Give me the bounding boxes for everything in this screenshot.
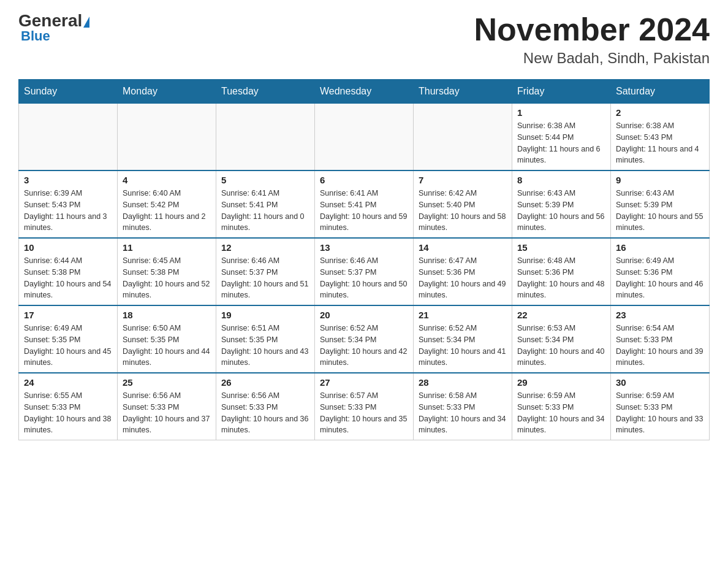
- calendar-header-row: Sunday Monday Tuesday Wednesday Thursday…: [19, 80, 710, 104]
- table-row: 25Sunrise: 6:56 AM Sunset: 5:33 PM Dayli…: [118, 373, 216, 440]
- day-info: Sunrise: 6:47 AM Sunset: 5:36 PM Dayligh…: [419, 255, 507, 301]
- day-number: 6: [320, 175, 408, 185]
- day-info: Sunrise: 6:49 AM Sunset: 5:35 PM Dayligh…: [24, 323, 112, 369]
- day-number: 29: [517, 377, 605, 388]
- table-row: [315, 104, 414, 171]
- calendar-title: November 2024: [474, 12, 710, 47]
- day-info: Sunrise: 6:51 AM Sunset: 5:35 PM Dayligh…: [221, 323, 309, 369]
- table-row: 29Sunrise: 6:59 AM Sunset: 5:33 PM Dayli…: [512, 373, 611, 440]
- day-info: Sunrise: 6:40 AM Sunset: 5:42 PM Dayligh…: [123, 188, 211, 234]
- day-info: Sunrise: 6:55 AM Sunset: 5:33 PM Dayligh…: [24, 390, 112, 436]
- calendar-table: Sunday Monday Tuesday Wednesday Thursday…: [18, 79, 710, 440]
- day-info: Sunrise: 6:50 AM Sunset: 5:35 PM Dayligh…: [123, 323, 211, 369]
- table-row: 11Sunrise: 6:45 AM Sunset: 5:38 PM Dayli…: [118, 238, 216, 305]
- day-number: 7: [419, 175, 507, 185]
- day-number: 13: [320, 242, 408, 253]
- header-saturday: Saturday: [611, 80, 710, 104]
- day-number: 1: [517, 107, 605, 118]
- logo-triangle-icon: [83, 17, 89, 28]
- day-number: 4: [123, 175, 211, 185]
- table-row: 27Sunrise: 6:57 AM Sunset: 5:33 PM Dayli…: [315, 373, 414, 440]
- day-number: 28: [419, 377, 507, 388]
- table-row: 19Sunrise: 6:51 AM Sunset: 5:35 PM Dayli…: [216, 305, 315, 373]
- table-row: 6Sunrise: 6:41 AM Sunset: 5:41 PM Daylig…: [315, 170, 414, 238]
- day-number: 18: [123, 310, 211, 320]
- table-row: 8Sunrise: 6:43 AM Sunset: 5:39 PM Daylig…: [512, 170, 611, 238]
- day-number: 15: [517, 242, 605, 253]
- day-number: 25: [123, 377, 211, 388]
- table-row: 16Sunrise: 6:49 AM Sunset: 5:36 PM Dayli…: [611, 238, 710, 305]
- table-row: 5Sunrise: 6:41 AM Sunset: 5:41 PM Daylig…: [216, 170, 315, 238]
- day-number: 10: [24, 242, 112, 253]
- day-number: 12: [221, 242, 309, 253]
- day-info: Sunrise: 6:49 AM Sunset: 5:36 PM Dayligh…: [616, 255, 704, 301]
- day-number: 8: [517, 175, 605, 185]
- day-number: 30: [616, 377, 704, 388]
- table-row: 4Sunrise: 6:40 AM Sunset: 5:42 PM Daylig…: [118, 170, 216, 238]
- day-info: Sunrise: 6:48 AM Sunset: 5:36 PM Dayligh…: [517, 255, 605, 301]
- day-info: Sunrise: 6:59 AM Sunset: 5:33 PM Dayligh…: [616, 390, 704, 436]
- title-block: November 2024 New Badah, Sindh, Pakistan: [474, 12, 710, 67]
- day-info: Sunrise: 6:46 AM Sunset: 5:37 PM Dayligh…: [221, 255, 309, 301]
- table-row: 26Sunrise: 6:56 AM Sunset: 5:33 PM Dayli…: [216, 373, 315, 440]
- table-row: [216, 104, 315, 171]
- day-info: Sunrise: 6:39 AM Sunset: 5:43 PM Dayligh…: [24, 188, 112, 234]
- day-info: Sunrise: 6:41 AM Sunset: 5:41 PM Dayligh…: [320, 188, 408, 234]
- day-number: 23: [616, 310, 704, 320]
- day-number: 20: [320, 310, 408, 320]
- table-row: [414, 104, 512, 171]
- day-info: Sunrise: 6:38 AM Sunset: 5:44 PM Dayligh…: [517, 120, 605, 166]
- day-info: Sunrise: 6:56 AM Sunset: 5:33 PM Dayligh…: [221, 390, 309, 436]
- table-row: 18Sunrise: 6:50 AM Sunset: 5:35 PM Dayli…: [118, 305, 216, 373]
- day-info: Sunrise: 6:46 AM Sunset: 5:37 PM Dayligh…: [320, 255, 408, 301]
- header-wednesday: Wednesday: [315, 80, 414, 104]
- day-number: 17: [24, 310, 112, 320]
- day-number: 16: [616, 242, 704, 253]
- day-number: 11: [123, 242, 211, 253]
- day-info: Sunrise: 6:52 AM Sunset: 5:34 PM Dayligh…: [419, 323, 507, 369]
- day-number: 19: [221, 310, 309, 320]
- table-row: 30Sunrise: 6:59 AM Sunset: 5:33 PM Dayli…: [611, 373, 710, 440]
- table-row: 9Sunrise: 6:43 AM Sunset: 5:39 PM Daylig…: [611, 170, 710, 238]
- logo-blue-text: Blue: [18, 28, 50, 44]
- table-row: 22Sunrise: 6:53 AM Sunset: 5:34 PM Dayli…: [512, 305, 611, 373]
- day-info: Sunrise: 6:57 AM Sunset: 5:33 PM Dayligh…: [320, 390, 408, 436]
- table-row: [19, 104, 118, 171]
- table-row: 20Sunrise: 6:52 AM Sunset: 5:34 PM Dayli…: [315, 305, 414, 373]
- day-number: 14: [419, 242, 507, 253]
- calendar-subtitle: New Badah, Sindh, Pakistan: [474, 50, 710, 67]
- table-row: 10Sunrise: 6:44 AM Sunset: 5:38 PM Dayli…: [19, 238, 118, 305]
- day-info: Sunrise: 6:56 AM Sunset: 5:33 PM Dayligh…: [123, 390, 211, 436]
- table-row: 7Sunrise: 6:42 AM Sunset: 5:40 PM Daylig…: [414, 170, 512, 238]
- day-number: 9: [616, 175, 704, 185]
- day-info: Sunrise: 6:44 AM Sunset: 5:38 PM Dayligh…: [24, 255, 112, 301]
- table-row: 17Sunrise: 6:49 AM Sunset: 5:35 PM Dayli…: [19, 305, 118, 373]
- day-number: 5: [221, 175, 309, 185]
- table-row: 14Sunrise: 6:47 AM Sunset: 5:36 PM Dayli…: [414, 238, 512, 305]
- day-info: Sunrise: 6:59 AM Sunset: 5:33 PM Dayligh…: [517, 390, 605, 436]
- header-thursday: Thursday: [414, 80, 512, 104]
- table-row: 28Sunrise: 6:58 AM Sunset: 5:33 PM Dayli…: [414, 373, 512, 440]
- table-row: 24Sunrise: 6:55 AM Sunset: 5:33 PM Dayli…: [19, 373, 118, 440]
- day-info: Sunrise: 6:54 AM Sunset: 5:33 PM Dayligh…: [616, 323, 704, 369]
- logo-general-text: General: [18, 12, 89, 29]
- table-row: 12Sunrise: 6:46 AM Sunset: 5:37 PM Dayli…: [216, 238, 315, 305]
- header-friday: Friday: [512, 80, 611, 104]
- day-info: Sunrise: 6:41 AM Sunset: 5:41 PM Dayligh…: [221, 188, 309, 234]
- header-sunday: Sunday: [19, 80, 118, 104]
- table-row: [118, 104, 216, 171]
- page-header: General Blue November 2024 New Badah, Si…: [18, 12, 710, 67]
- table-row: 3Sunrise: 6:39 AM Sunset: 5:43 PM Daylig…: [19, 170, 118, 238]
- day-info: Sunrise: 6:52 AM Sunset: 5:34 PM Dayligh…: [320, 323, 408, 369]
- table-row: 13Sunrise: 6:46 AM Sunset: 5:37 PM Dayli…: [315, 238, 414, 305]
- table-row: 1Sunrise: 6:38 AM Sunset: 5:44 PM Daylig…: [512, 104, 611, 171]
- day-info: Sunrise: 6:38 AM Sunset: 5:43 PM Dayligh…: [616, 120, 704, 166]
- day-number: 24: [24, 377, 112, 388]
- header-tuesday: Tuesday: [216, 80, 315, 104]
- day-info: Sunrise: 6:53 AM Sunset: 5:34 PM Dayligh…: [517, 323, 605, 369]
- table-row: 2Sunrise: 6:38 AM Sunset: 5:43 PM Daylig…: [611, 104, 710, 171]
- table-row: 15Sunrise: 6:48 AM Sunset: 5:36 PM Dayli…: [512, 238, 611, 305]
- day-info: Sunrise: 6:43 AM Sunset: 5:39 PM Dayligh…: [517, 188, 605, 234]
- day-number: 27: [320, 377, 408, 388]
- table-row: 23Sunrise: 6:54 AM Sunset: 5:33 PM Dayli…: [611, 305, 710, 373]
